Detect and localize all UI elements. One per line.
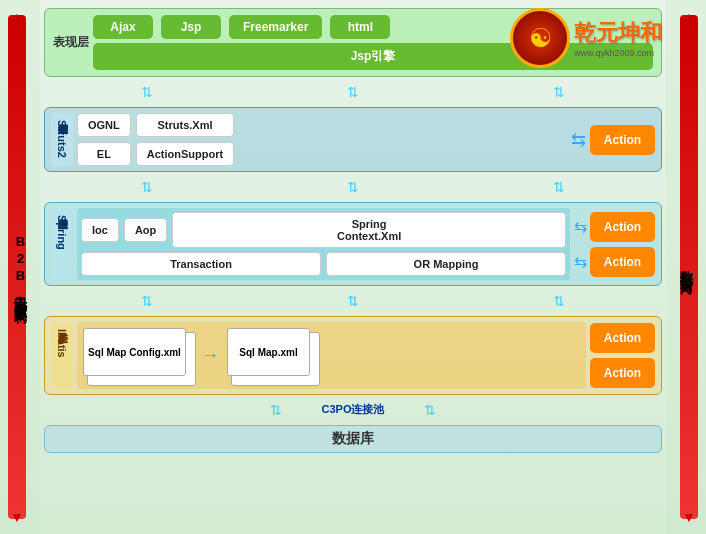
arrows-3: ⇅ ⇅ ⇅: [44, 291, 662, 311]
ioc-box: Ioc: [81, 218, 119, 242]
logo-circle: ☯: [510, 8, 570, 68]
right-label-text: 数据传输方向: [677, 261, 695, 273]
persistence-layer: 持久层 Ibatis Sql MapConfig.xml Sql Map Con…: [44, 316, 662, 395]
app-action-box: Action: [590, 125, 655, 155]
c3po-label: C3PO连接池: [322, 402, 385, 418]
business-action-2: Action: [590, 247, 655, 277]
arrows-2: ⇅ ⇅ ⇅: [44, 177, 662, 197]
aop-box: Aop: [124, 218, 167, 242]
persist-action-2: Action: [590, 358, 655, 388]
or-mapping-box: OR Mapping: [326, 252, 566, 276]
logo-symbol: ☯: [529, 23, 552, 54]
app-control-layer: 应用控制层 Struts2 OGNL EL Struts.Xml ActionS…: [44, 107, 662, 172]
biz-arrow-1: ⇆: [574, 217, 587, 236]
sqlmap-xml: Sql Map.xml: [227, 328, 310, 376]
tech-ajax: Ajax: [93, 15, 153, 39]
persist-arrow: →: [201, 345, 219, 366]
transaction-box: Transaction: [81, 252, 321, 276]
tech-freemarker: Freemarker: [229, 15, 322, 39]
el-box: EL: [77, 142, 131, 166]
left-label-text: B2B电子商务技术架构: [11, 234, 29, 301]
struts2-label: Struts2: [56, 120, 68, 158]
persist-action-1: Action: [590, 323, 655, 353]
arrows-4: ⇅ C3PO连接池 ⇅: [44, 400, 662, 420]
ognl-box: OGNL: [77, 113, 131, 137]
right-label: ▲ ▼ 数据传输方向: [666, 0, 706, 534]
logo-url: www.qykh2009.com: [574, 48, 662, 58]
business-action-1: Action: [590, 212, 655, 242]
spring-label: Spring: [56, 215, 68, 250]
arrows-1: ⇅ ⇅ ⇅: [44, 82, 662, 102]
left-label: ▲ ▼ B2B电子商务技术架构: [0, 0, 40, 534]
presentation-layer-label: 表现层: [53, 34, 89, 51]
database-label: 数据库: [332, 430, 374, 448]
action-support-box: ActionSupport: [136, 142, 234, 166]
spring-context-box: SpringContext.Xml: [172, 212, 566, 248]
business-layer: 业务逻辑层 Spring Ioc Aop SpringContext.Xml T…: [44, 202, 662, 286]
logo-area: ☯ 乾元坤和 www.qykh2009.com: [510, 8, 662, 68]
main-container: ▲ ▼ B2B电子商务技术架构 表现层 Ajax Jsp Freemarker …: [0, 0, 706, 534]
sqlmap-config: Sql Map Config.xml: [83, 328, 186, 376]
ibatis-label: Ibatis: [56, 329, 68, 358]
struts-xml-box: Struts.Xml: [136, 113, 234, 137]
biz-arrow-2: ⇆: [574, 252, 587, 271]
app-arrow: ⇆: [571, 129, 586, 151]
logo-brand: 乾元坤和: [574, 18, 662, 48]
database-layer: 数据库: [44, 425, 662, 453]
center-content: 表现层 Ajax Jsp Freemarker html Jsp引擎 ⇅ ⇅ ⇅: [40, 0, 666, 534]
tech-html: html: [330, 15, 390, 39]
tech-jsp: Jsp: [161, 15, 221, 39]
